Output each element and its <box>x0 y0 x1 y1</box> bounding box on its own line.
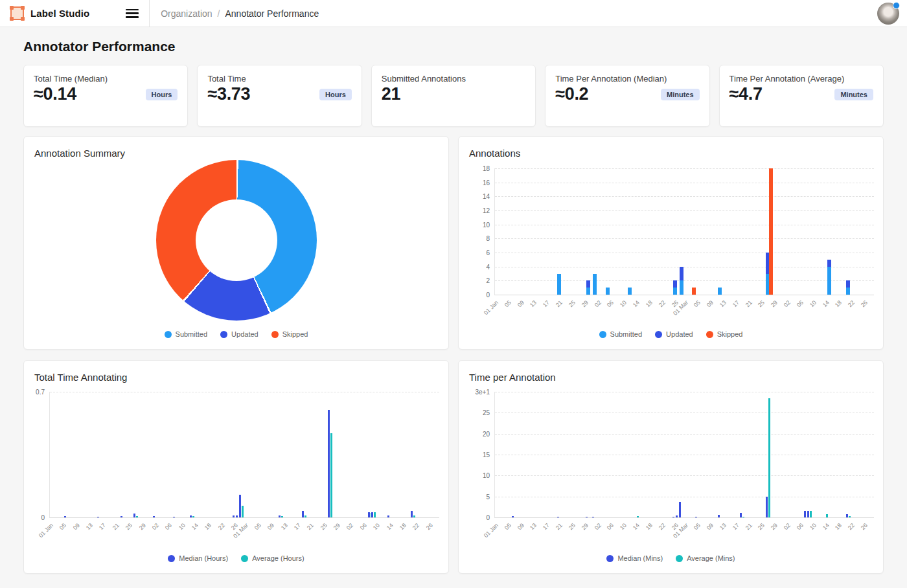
breadcrumb-current: Annotator Performance <box>225 8 319 19</box>
x-axis-tick-label: 06 <box>796 299 805 308</box>
bar-median[interactable] <box>718 515 720 517</box>
hamburger-menu-icon[interactable] <box>126 9 139 18</box>
x-axis-tick-label: 22 <box>411 522 420 531</box>
bar-median[interactable] <box>557 517 559 517</box>
bar-median[interactable] <box>121 516 122 517</box>
time-per-annotation-plot[interactable]: 05101520253e+101 Jan05091317212529020610… <box>494 392 874 518</box>
legend-item-updated[interactable]: Updated <box>220 330 258 338</box>
bar-median[interactable] <box>190 515 192 517</box>
x-axis-tick-label: 25 <box>757 522 766 531</box>
bar-median[interactable] <box>592 517 594 517</box>
legend-item-skipped[interactable]: Skipped <box>706 330 743 338</box>
x-axis-tick-label: 02 <box>593 299 603 308</box>
x-axis-tick-label: 13 <box>85 522 94 531</box>
bar-average[interactable] <box>281 516 283 517</box>
bar-submitted[interactable] <box>673 288 677 295</box>
bar-average[interactable] <box>826 514 828 517</box>
legend-item-submitted[interactable]: Submitted <box>599 330 643 338</box>
bar-submitted[interactable] <box>586 288 590 295</box>
bar-median[interactable] <box>679 502 681 517</box>
legend-item-median-hours-[interactable]: Median (Hours) <box>168 554 228 562</box>
bar-median[interactable] <box>676 515 678 517</box>
bar-median[interactable] <box>302 511 304 517</box>
bar-average[interactable] <box>413 515 415 517</box>
bar-submitted[interactable] <box>680 280 683 295</box>
bar-average[interactable] <box>192 516 194 517</box>
bar-median[interactable] <box>236 515 238 517</box>
bar-median[interactable] <box>512 516 514 517</box>
annotations-legend: SubmittedUpdatedSkipped <box>459 330 883 338</box>
bar-median[interactable] <box>807 511 809 517</box>
bar-median[interactable] <box>133 514 135 517</box>
legend-item-skipped[interactable]: Skipped <box>271 330 308 338</box>
bar-median[interactable] <box>233 515 235 517</box>
bar-median[interactable] <box>740 513 742 517</box>
bar-median[interactable] <box>695 517 697 517</box>
bar-median[interactable] <box>672 517 674 517</box>
bar-updated[interactable] <box>586 280 590 288</box>
bar-updated[interactable] <box>827 260 831 267</box>
gridline <box>495 225 874 225</box>
bar-median[interactable] <box>371 512 373 517</box>
bar-submitted[interactable] <box>557 274 561 295</box>
x-axis-tick-label: 10 <box>809 299 818 308</box>
legend-item-submitted[interactable]: Submitted <box>165 330 208 338</box>
bar-median[interactable] <box>153 516 155 517</box>
bar-average[interactable] <box>136 516 138 517</box>
bar-updated[interactable] <box>846 280 850 288</box>
x-axis-tick-label: 13 <box>718 522 728 531</box>
bar-median[interactable] <box>173 517 175 517</box>
bar-median[interactable] <box>411 511 413 517</box>
bar-average[interactable] <box>637 516 639 517</box>
total-time-annotating-card: Total Time Annotating 00.701 Jan05091317… <box>23 360 449 574</box>
breadcrumb-organization[interactable]: Organization <box>161 8 212 19</box>
bar-median[interactable] <box>586 517 588 517</box>
bar-updated[interactable] <box>673 280 677 288</box>
bar-average[interactable] <box>768 398 770 517</box>
total-time-plot[interactable]: 00.701 Jan050913172125290206101418222601… <box>49 392 439 518</box>
annotation-summary-donut[interactable] <box>156 160 317 321</box>
x-axis-tick-label: 29 <box>580 299 590 308</box>
chart-title: Total Time Annotating <box>34 372 127 383</box>
bar-average[interactable] <box>242 506 244 517</box>
bar-median[interactable] <box>387 515 389 517</box>
legend-item-average-hours-[interactable]: Average (Hours) <box>241 554 304 562</box>
bar-submitted[interactable] <box>606 288 610 295</box>
app-logo[interactable]: Label Studio <box>0 6 89 20</box>
bar-updated[interactable] <box>680 267 683 281</box>
bar-median[interactable] <box>368 512 370 517</box>
bar-submitted[interactable] <box>628 288 632 295</box>
bar-average[interactable] <box>330 433 332 517</box>
x-axis-tick-label: 29 <box>770 299 779 308</box>
bar-median[interactable] <box>766 497 768 517</box>
bar-median[interactable] <box>328 410 330 517</box>
bar-submitted[interactable] <box>846 288 850 295</box>
x-axis-tick-label: 21 <box>555 299 564 308</box>
bar-average[interactable] <box>374 512 376 517</box>
bar-submitted[interactable] <box>593 274 597 295</box>
annotations-plot[interactable]: 02468101214161801 Jan0509131721252902061… <box>494 168 874 295</box>
legend-item-average-mins-[interactable]: Average (Mins) <box>676 554 735 562</box>
bar-median[interactable] <box>239 495 241 517</box>
bar-median[interactable] <box>804 511 806 517</box>
user-avatar[interactable] <box>877 3 899 25</box>
x-axis-tick-label: 21 <box>555 522 564 531</box>
bar-skipped[interactable] <box>692 288 696 295</box>
x-axis-tick-label: 06 <box>164 522 173 531</box>
legend-item-median-mins-[interactable]: Median (Mins) <box>606 554 663 562</box>
bar-skipped[interactable] <box>769 168 773 295</box>
bar-average[interactable] <box>849 516 851 517</box>
bar-median[interactable] <box>279 515 281 517</box>
x-axis-tick-label: 25 <box>568 299 577 308</box>
x-axis-tick-label: 01 Jan <box>38 522 54 539</box>
x-axis-tick-label: 18 <box>398 522 408 531</box>
bar-median[interactable] <box>64 516 66 517</box>
bar-median[interactable] <box>846 514 848 517</box>
legend-item-updated[interactable]: Updated <box>655 330 693 338</box>
bar-submitted[interactable] <box>827 267 831 295</box>
bar-average[interactable] <box>304 515 306 517</box>
bar-average[interactable] <box>810 511 812 517</box>
bar-average[interactable] <box>742 517 744 517</box>
bar-submitted[interactable] <box>718 288 722 295</box>
bar-median[interactable] <box>97 517 99 517</box>
